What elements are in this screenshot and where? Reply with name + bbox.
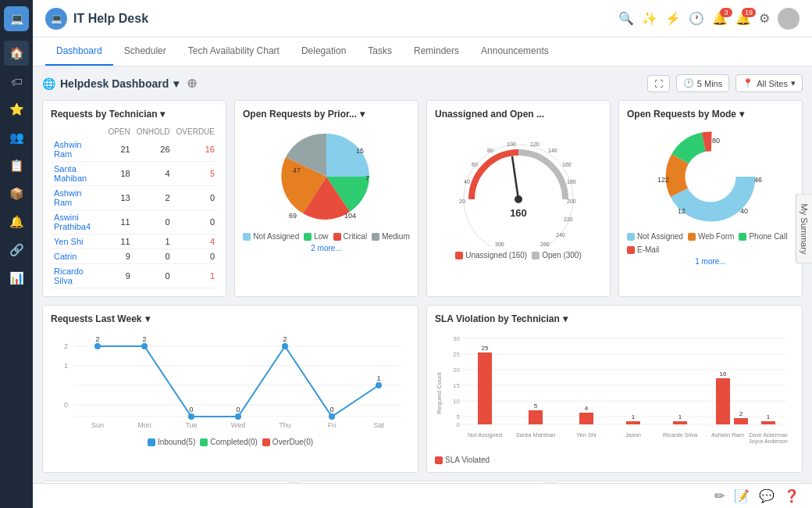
open-by-mode-widget: Open Requests by Mode ▾ 80 46 xyxy=(618,100,803,297)
col-overdue: OVERDUE xyxy=(173,126,218,138)
svg-point-44 xyxy=(94,343,101,349)
sidebar-item-chart[interactable]: 📊 xyxy=(4,266,29,291)
user-avatar[interactable] xyxy=(778,8,800,30)
sidebar-item-tag[interactable]: 🏷 xyxy=(4,69,29,94)
sidebar-item-star[interactable]: ⭐ xyxy=(4,97,29,122)
tab-tech-availability[interactable]: Tech Availability Chart xyxy=(177,38,290,66)
tab-delegation[interactable]: Delegation xyxy=(290,38,357,66)
widget-header: Unassigned and Open ... xyxy=(435,109,602,120)
priority-dropdown-icon[interactable]: ▾ xyxy=(360,109,365,120)
mode-more-link[interactable]: 1 more... xyxy=(695,257,725,266)
tech-overdue: 1 xyxy=(173,264,218,288)
refresh-button[interactable]: 🕐 5 Mins xyxy=(676,74,729,92)
legend-sla-violated-text: SLA Violated xyxy=(445,456,490,464)
svg-text:2: 2 xyxy=(739,410,743,417)
tech-onhold: 0 xyxy=(134,264,173,288)
svg-text:2: 2 xyxy=(142,335,146,343)
legend-dot-low xyxy=(304,233,312,241)
sidebar-item-users[interactable]: 👥 xyxy=(4,125,29,150)
tech-name[interactable]: Santa Mahiban xyxy=(51,162,105,186)
settings-icon[interactable]: ⚙ xyxy=(759,11,770,26)
table-row: Yen Shi 11 1 4 xyxy=(51,234,218,249)
svg-text:1: 1 xyxy=(64,362,68,370)
bar-yen-shi xyxy=(579,413,593,424)
widget-dropdown-icon[interactable]: ▾ xyxy=(160,109,165,120)
legend-mode-not-assigned: Not Assigned xyxy=(627,232,683,241)
magic-icon[interactable]: ✨ xyxy=(642,11,657,26)
svg-text:Thu: Thu xyxy=(279,421,291,429)
tech-name[interactable]: Ashwin Ram xyxy=(51,138,105,162)
tab-dashboard[interactable]: Dashboard xyxy=(45,38,113,66)
svg-text:120: 120 xyxy=(530,141,540,147)
tab-reminders[interactable]: Reminders xyxy=(403,38,470,66)
tab-tasks[interactable]: Tasks xyxy=(357,38,403,66)
legend-open-text: Open (300) xyxy=(542,251,582,259)
svg-text:15: 15 xyxy=(356,147,364,155)
sla-dropdown-icon[interactable]: ▾ xyxy=(563,313,568,324)
svg-text:180: 180 xyxy=(567,179,576,184)
tech-name[interactable]: Ricardo Silva xyxy=(51,264,105,288)
edit-icon[interactable]: ✏ xyxy=(714,488,725,503)
svg-text:Sun: Sun xyxy=(91,421,104,429)
my-summary-tab[interactable]: My Summary xyxy=(796,193,812,264)
svg-text:Sat: Sat xyxy=(373,421,384,429)
svg-text:Mon: Mon xyxy=(137,421,151,429)
bell2-icon[interactable]: 🔔19 xyxy=(735,11,751,26)
last-week-dropdown-icon[interactable]: ▾ xyxy=(145,313,150,324)
dropdown-icon[interactable]: ▾ xyxy=(173,77,179,90)
col-onhold: ONHOLD xyxy=(134,126,173,138)
tech-name[interactable]: Catrin xyxy=(51,249,105,264)
open-by-priority-widget: Open Requests by Prior... ▾ xyxy=(234,100,418,297)
header-icons: 🔍 ✨ ⚡ 🕐 🔔3 🔔19 ⚙ xyxy=(618,8,800,30)
sidebar-item-tasks[interactable]: 📋 xyxy=(4,153,29,178)
row-1: Requests by Technician ▾ OPEN ONHOLD OVE… xyxy=(42,100,803,297)
clock-icon[interactable]: 🕐 xyxy=(689,11,704,26)
legend-unassigned-text: Unassigned (160) xyxy=(465,251,527,259)
bell1-icon[interactable]: 🔔3 xyxy=(712,11,728,26)
legend-completed-text: Completed(0) xyxy=(210,438,258,446)
help-icon[interactable]: ❓ xyxy=(784,488,800,503)
chat-icon[interactable]: 💬 xyxy=(759,488,775,503)
tech-open: 21 xyxy=(105,138,133,162)
bolt-icon[interactable]: ⚡ xyxy=(665,11,681,26)
sidebar-item-bell[interactable]: 🔔 xyxy=(4,209,29,234)
notes-icon[interactable]: 📝 xyxy=(734,488,750,503)
tech-name[interactable]: Aswini Prathiba4 xyxy=(51,210,105,234)
sidebar-item-home[interactable]: 🏠 xyxy=(4,41,29,66)
nav-tabs: Dashboard Scheduler Tech Availability Ch… xyxy=(33,38,812,66)
svg-text:25: 25 xyxy=(453,351,460,358)
site-button[interactable]: 📍 All Sites ▾ xyxy=(735,74,803,92)
legend-overdue: OverDue(0) xyxy=(262,438,313,446)
svg-text:140: 140 xyxy=(548,148,557,153)
svg-text:Fri: Fri xyxy=(328,421,337,429)
sidebar-item-link[interactable]: 🔗 xyxy=(4,238,29,263)
tech-onhold: 2 xyxy=(134,186,173,210)
expand-button[interactable]: ⛶ xyxy=(647,75,670,92)
legend-dot-open xyxy=(532,252,540,259)
legend-phone-call-text: Phone Call xyxy=(749,232,787,241)
col-open: OPEN xyxy=(105,126,133,138)
svg-point-49 xyxy=(329,413,335,420)
mode-dropdown-icon[interactable]: ▾ xyxy=(739,109,744,120)
svg-point-46 xyxy=(188,413,194,420)
svg-text:15: 15 xyxy=(453,382,460,389)
widget-header: Open Requests by Prior... ▾ xyxy=(243,109,410,120)
location-icon: 📍 xyxy=(743,78,753,88)
tab-scheduler[interactable]: Scheduler xyxy=(113,38,177,66)
svg-text:Joyce Anderson: Joyce Anderson xyxy=(749,438,788,445)
widget-title: Open Requests by Mode ▾ xyxy=(627,109,744,120)
svg-text:300: 300 xyxy=(495,241,504,246)
sidebar-item-box[interactable]: 📦 xyxy=(4,181,29,206)
tech-name[interactable]: Yen Shi xyxy=(51,234,105,249)
svg-text:2: 2 xyxy=(283,335,287,343)
add-dashboard-icon[interactable]: ⊕ xyxy=(187,76,197,91)
svg-text:Ashwin Ram: Ashwin Ram xyxy=(711,431,744,438)
priority-more-link[interactable]: 2 more... xyxy=(311,244,341,252)
svg-text:Santa Mahiban: Santa Mahiban xyxy=(516,431,555,438)
tech-name[interactable]: Ashwin Ram xyxy=(51,186,105,210)
tech-overdue: 0 xyxy=(173,249,218,264)
pie-chart-container: 15 7 104 69 58 47 Not Assigned xyxy=(243,126,410,252)
tab-announcements[interactable]: Announcements xyxy=(470,38,560,66)
search-icon[interactable]: 🔍 xyxy=(618,11,634,26)
legend-dot-phone-call xyxy=(739,233,746,241)
